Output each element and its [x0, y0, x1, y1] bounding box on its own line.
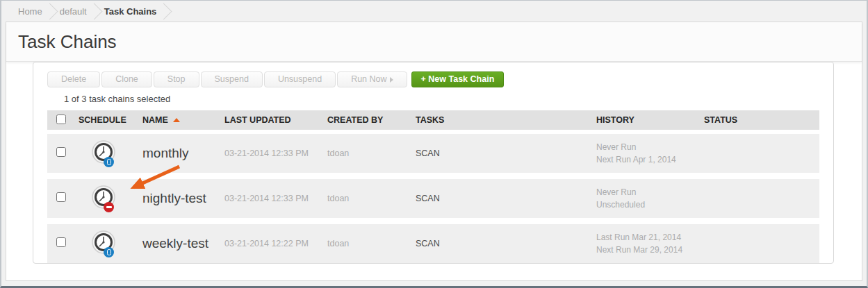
- header-history[interactable]: HISTORY: [596, 115, 704, 125]
- history-cell: Never Run Next Run Apr 1, 2014: [596, 141, 704, 166]
- delete-button[interactable]: Delete: [47, 71, 100, 87]
- header-name[interactable]: NAME: [142, 115, 224, 125]
- schedule-clock-icon[interactable]: [91, 230, 117, 257]
- run-now-label: Run Now: [351, 74, 386, 84]
- created-by-cell: tdoan: [327, 239, 416, 248]
- history-cell: Last Run Mar 21, 2014 Next Run Mar 29, 2…: [596, 231, 704, 256]
- breadcrumb-task-chains[interactable]: Task Chains: [97, 6, 164, 17]
- table-row-nightly-test[interactable]: nightly-test 03-21-2014 12:33 PM tdoan S…: [47, 179, 819, 218]
- title-band: Task Chains: [6, 22, 862, 62]
- header-schedule[interactable]: SCHEDULE: [79, 115, 142, 125]
- clone-button[interactable]: Clone: [101, 71, 152, 87]
- history-line-2: Next Run Mar 29, 2014: [596, 244, 704, 256]
- last-updated-cell: 03-21-2014 12:33 PM: [224, 149, 327, 158]
- tasks-cell: SCAN: [416, 239, 596, 248]
- task-chain-name[interactable]: weekly-test: [142, 236, 208, 251]
- schedule-paused-badge-icon: [104, 247, 114, 257]
- schedule-unscheduled-badge-icon: [104, 202, 114, 212]
- history-line-1: Never Run: [596, 186, 704, 198]
- stop-button[interactable]: Stop: [154, 71, 199, 87]
- suspend-button[interactable]: Suspend: [201, 71, 263, 87]
- history-line-1: Never Run: [596, 141, 704, 153]
- header-name-label: NAME: [142, 115, 168, 125]
- created-by-cell: tdoan: [327, 149, 416, 158]
- history-line-2: Next Run Apr 1, 2014: [596, 153, 704, 166]
- play-caret-icon: [390, 77, 393, 83]
- history-line-1: Last Run Mar 21, 2014: [596, 231, 704, 244]
- row-checkbox[interactable]: [56, 192, 66, 202]
- tasks-cell: SCAN: [416, 149, 596, 158]
- last-updated-cell: 03-21-2014 12:33 PM: [224, 194, 327, 203]
- header-status[interactable]: STATUS: [704, 115, 819, 125]
- select-all-cell: [47, 115, 79, 126]
- row-checkbox[interactable]: [56, 237, 66, 247]
- select-all-checkbox[interactable]: [56, 115, 66, 124]
- table-body: monthly 03-21-2014 12:33 PM tdoan SCAN N…: [47, 134, 819, 263]
- page-title: Task Chains: [18, 31, 117, 53]
- tasks-cell: SCAN: [416, 194, 596, 203]
- last-updated-cell: 03-21-2014 12:22 PM: [224, 239, 327, 248]
- table-row-monthly[interactable]: monthly 03-21-2014 12:33 PM tdoan SCAN N…: [47, 134, 819, 173]
- created-by-cell: tdoan: [327, 194, 416, 203]
- table-header: SCHEDULE NAME LAST UPDATED CREATED BY TA…: [47, 110, 819, 130]
- new-task-chain-button[interactable]: + New Task Chain: [411, 71, 505, 87]
- history-cell: Never Run Unscheduled: [596, 186, 704, 211]
- row-checkbox[interactable]: [56, 147, 66, 157]
- table-row-weekly-test[interactable]: weekly-test 03-21-2014 12:22 PM tdoan SC…: [47, 224, 819, 263]
- breadcrumb: Home default Task Chains: [1, 1, 867, 22]
- task-chain-name[interactable]: monthly: [142, 146, 189, 161]
- run-now-button[interactable]: Run Now: [337, 71, 407, 87]
- unsuspend-button[interactable]: Unsuspend: [264, 71, 336, 87]
- schedule-paused-badge-icon: [104, 157, 114, 167]
- header-tasks[interactable]: TASKS: [416, 115, 596, 125]
- header-created-by[interactable]: CREATED BY: [327, 115, 416, 125]
- sort-ascending-icon: [173, 118, 180, 122]
- history-line-2: Unscheduled: [596, 198, 704, 211]
- toolbar: Delete Clone Stop Suspend Unsuspend Run …: [47, 71, 819, 87]
- main-panel: Task Chains Delete Clone Stop Suspend Un…: [6, 22, 862, 281]
- selection-summary: 1 of 3 task chains selected: [64, 94, 819, 104]
- task-chains-card: Delete Clone Stop Suspend Unsuspend Run …: [33, 62, 834, 264]
- schedule-clock-icon[interactable]: [91, 185, 117, 212]
- header-last-updated[interactable]: LAST UPDATED: [224, 115, 327, 125]
- schedule-clock-icon[interactable]: [91, 139, 117, 167]
- task-chain-name[interactable]: nightly-test: [142, 191, 206, 206]
